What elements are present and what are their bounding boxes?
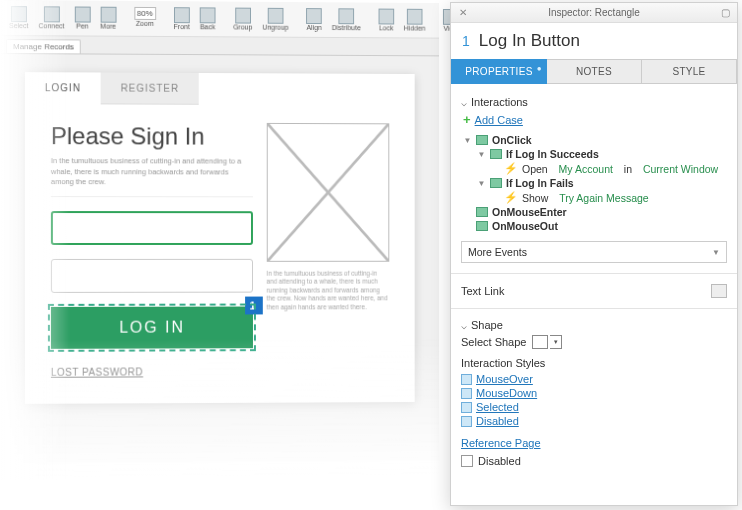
tool-group[interactable]: Group: [230, 6, 255, 33]
inspector-body: Interactions Add Case ▼OnClick ▼If Log I…: [451, 84, 737, 505]
tab-style[interactable]: STYLE: [642, 59, 737, 84]
style-disabled[interactable]: Disabled: [461, 415, 727, 427]
lost-password-link[interactable]: LOST PASSWORD: [51, 366, 253, 378]
action-open[interactable]: ⚡Open My Account in Current Window: [463, 161, 727, 176]
interactions-tree: ▼OnClick ▼If Log In Succeeds ⚡Open My Ac…: [463, 133, 727, 233]
password-field[interactable]: [51, 258, 253, 292]
tool-lock[interactable]: Lock: [375, 7, 396, 34]
tool-hidden[interactable]: Hidden: [401, 7, 428, 34]
case-icon: [490, 178, 502, 188]
zoom-control[interactable]: 80%Zoom: [131, 5, 159, 29]
tool-connect[interactable]: Connect: [35, 4, 67, 31]
bolt-icon: ⚡: [504, 191, 518, 204]
tool-align[interactable]: Align: [303, 6, 325, 33]
tool-ungroup[interactable]: Ungroup: [259, 6, 291, 33]
interaction-styles-label: Interaction Styles: [461, 357, 727, 369]
widget-name-row: 1 Log In Button: [451, 23, 737, 59]
style-icon: [461, 416, 472, 427]
event-icon: [476, 207, 488, 217]
page-tabstrip: Manage Records: [0, 36, 439, 56]
page-description: In the tumultuous business of cutting-in…: [51, 156, 253, 197]
section-interactions[interactable]: Interactions: [461, 96, 727, 108]
style-selected[interactable]: Selected: [461, 401, 727, 413]
section-shape[interactable]: Shape: [461, 319, 727, 331]
tool-back[interactable]: Back: [197, 5, 219, 32]
event-icon: [476, 135, 488, 145]
text-link-button[interactable]: [711, 284, 727, 298]
page-tab[interactable]: Manage Records: [6, 39, 81, 53]
case-icon: [490, 149, 502, 159]
inspector-titlebar: ✕ Inspector: Rectangle ▢: [451, 3, 737, 23]
disabled-label: Disabled: [478, 455, 521, 467]
tab-notes[interactable]: NOTES: [547, 59, 642, 84]
close-icon[interactable]: ✕: [457, 7, 469, 19]
widget-name[interactable]: Log In Button: [479, 31, 727, 51]
text-link-row: Text Link: [461, 284, 727, 298]
style-icon: [461, 388, 472, 399]
placeholder-caption: In the tumultuous business of cutting-in…: [266, 270, 389, 312]
case-fail[interactable]: ▼If Log In Fails: [463, 176, 727, 190]
username-field[interactable]: [51, 211, 253, 245]
case-success[interactable]: ▼If Log In Succeeds: [463, 147, 727, 161]
card-tabs: LOGIN REGISTER: [25, 72, 415, 106]
event-onclick[interactable]: ▼OnClick: [463, 133, 727, 147]
signin-card: LOGIN REGISTER Please Sign In In the tum…: [25, 72, 415, 403]
page-icon[interactable]: ▢: [719, 7, 731, 19]
more-events-select[interactable]: More Events▼: [461, 241, 727, 263]
login-button-label: LOG IN: [119, 318, 185, 336]
action-show[interactable]: ⚡Show Try Again Message: [463, 190, 727, 205]
event-mouseenter[interactable]: OnMouseEnter: [463, 205, 727, 219]
tool-select[interactable]: Select: [6, 4, 31, 31]
style-icon: [461, 402, 472, 413]
shape-picker[interactable]: ▾: [532, 335, 562, 349]
checkbox-icon: [461, 455, 473, 467]
inspector-panel: ✕ Inspector: Rectangle ▢ 1 Log In Button…: [450, 2, 738, 506]
tool-more[interactable]: More: [97, 5, 119, 32]
tab-register[interactable]: REGISTER: [101, 72, 199, 104]
main-toolbar: Select Connect Pen More 80%Zoom Front Ba…: [0, 0, 439, 39]
event-icon: [476, 221, 488, 231]
page-heading: Please Sign In: [51, 122, 253, 150]
tool-distribute[interactable]: Distribute: [329, 6, 364, 33]
tool-pen[interactable]: Pen: [71, 4, 93, 31]
text-link-label: Text Link: [461, 285, 504, 297]
event-mouseout[interactable]: OnMouseOut: [463, 219, 727, 233]
image-placeholder[interactable]: [266, 123, 389, 262]
inspector-tabs: PROPERTIES● NOTES STYLE: [451, 59, 737, 84]
note-badge[interactable]: 1: [245, 296, 263, 314]
design-page: LOGIN REGISTER Please Sign In In the tum…: [0, 54, 439, 464]
editor-canvas: Select Connect Pen More 80%Zoom Front Ba…: [0, 0, 439, 480]
tab-login[interactable]: LOGIN: [25, 72, 101, 104]
login-button[interactable]: LOG IN 1: [51, 306, 253, 348]
style-mouseover[interactable]: MouseOver: [461, 373, 727, 385]
select-shape-row: Select Shape ▾: [461, 335, 727, 349]
tool-front[interactable]: Front: [171, 5, 193, 32]
select-shape-label: Select Shape: [461, 336, 526, 348]
style-icon: [461, 374, 472, 385]
style-mousedown[interactable]: MouseDown: [461, 387, 727, 399]
reference-page-link[interactable]: Reference Page: [461, 437, 727, 449]
inspector-title: Inspector: Rectangle: [548, 7, 640, 18]
disabled-checkbox[interactable]: Disabled: [461, 455, 727, 467]
bolt-icon: ⚡: [504, 162, 518, 175]
note-index: 1: [461, 32, 471, 50]
add-case-link[interactable]: Add Case: [463, 112, 727, 127]
tab-properties[interactable]: PROPERTIES●: [451, 59, 547, 84]
